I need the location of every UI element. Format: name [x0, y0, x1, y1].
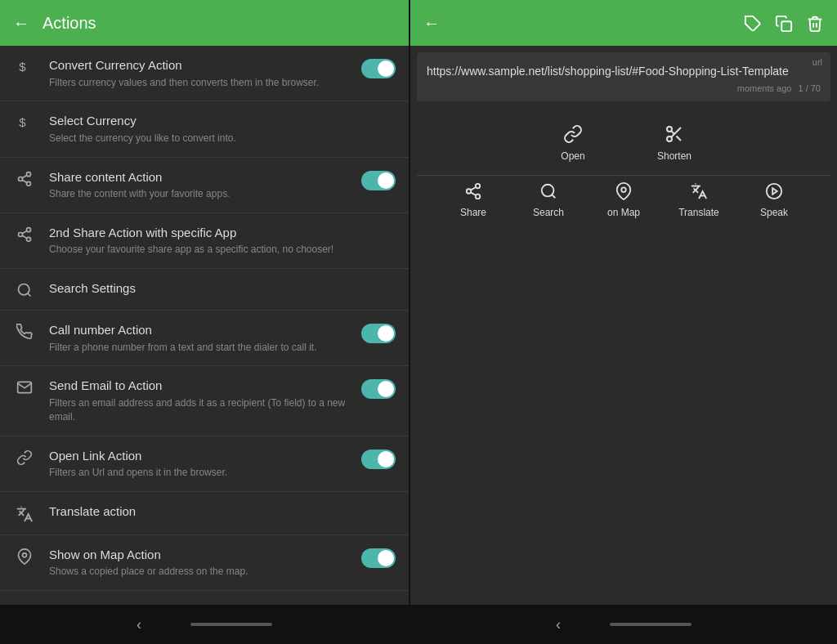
toggle-container[interactable]	[361, 449, 396, 469]
toggle-share-content[interactable]	[361, 171, 396, 190]
search-action-button[interactable]: Search	[522, 182, 575, 218]
open-action-button[interactable]: Open	[547, 124, 599, 162]
svg-marker-31	[772, 188, 777, 194]
actions-list: $ Convert Currency Action Filters curren…	[0, 46, 409, 605]
url-card: url https://www.sample.net/list/shopping…	[417, 52, 830, 101]
action-desc: Filters an email address and adds it as …	[49, 396, 348, 424]
speak-action-button[interactable]: Speak	[748, 182, 800, 218]
svg-point-2	[27, 172, 31, 176]
page-title: Actions	[43, 14, 96, 33]
link-icon	[563, 124, 583, 144]
list-item[interactable]: 2nd Share Action with specific App Choos…	[0, 213, 409, 269]
back-nav-button[interactable]: ‹	[137, 616, 141, 633]
svg-point-9	[27, 237, 31, 241]
action-desc: Filters an Url and opens it in the brows…	[49, 466, 348, 480]
action-text: 2nd Share Action with specific App Choos…	[49, 225, 396, 257]
svg-point-17	[667, 127, 672, 132]
list-item[interactable]: Show on Map Action Shows a copied place …	[0, 535, 409, 591]
list-item[interactable]: Share content Action Share the content w…	[0, 158, 409, 213]
map-action-button[interactable]: on Map	[598, 182, 650, 218]
svg-line-25	[471, 192, 476, 195]
toggle-container[interactable]	[361, 59, 396, 78]
share-label: Share	[460, 207, 486, 218]
toggle-container[interactable]	[361, 324, 396, 343]
translate-icon	[13, 505, 36, 523]
actions-grid-top: Open Shorten	[410, 108, 837, 175]
url-count: 1 / 70	[798, 83, 821, 93]
list-item[interactable]: Send Email to Action Filters an email ad…	[0, 366, 409, 436]
url-label: url	[812, 57, 822, 67]
svg-point-8	[19, 232, 23, 236]
action-text: Convert Currency Action Filters currency…	[49, 57, 348, 89]
svg-text:$: $	[19, 60, 26, 74]
right-header: ←	[410, 0, 837, 46]
list-item[interactable]: Translate action	[0, 492, 409, 535]
svg-point-27	[542, 184, 554, 196]
action-title: Share content Action	[49, 169, 348, 186]
action-text: Share content Action Share the content w…	[49, 169, 348, 201]
svg-text:$: $	[19, 115, 26, 129]
left-panel: ← Actions $ Convert Currency Action Filt…	[0, 0, 410, 644]
toggle-container[interactable]	[361, 171, 396, 190]
tag-icon[interactable]	[744, 13, 762, 33]
toggle-send-email[interactable]	[361, 379, 396, 399]
right-nav-bar: ‹	[410, 605, 837, 644]
svg-line-13	[28, 293, 31, 297]
list-item[interactable]: Open Link Action Filters an Url and open…	[0, 436, 409, 492]
right-back-button[interactable]: ←	[423, 14, 440, 33]
toggle-convert-currency[interactable]	[361, 59, 396, 78]
right-back-nav-button[interactable]: ‹	[556, 616, 561, 633]
actions-grid-bottom: Share Search on Map Translate	[410, 176, 837, 231]
svg-point-30	[767, 183, 781, 198]
list-item[interactable]: Search Settings	[0, 269, 409, 311]
action-text: Select Currency Select the currency you …	[49, 113, 396, 145]
svg-point-4	[27, 181, 31, 186]
svg-point-22	[476, 183, 481, 188]
speak-label: Speak	[760, 207, 788, 218]
email-icon	[13, 379, 36, 396]
list-item[interactable]: $ Select Currency Select the currency yo…	[0, 101, 409, 157]
action-text: Call number Action Filter a phone number…	[49, 322, 348, 354]
svg-line-11	[22, 230, 27, 233]
toggle-container[interactable]	[361, 379, 396, 399]
action-desc: Shows a copied place or address on the m…	[49, 565, 348, 579]
toggle-call-number[interactable]	[361, 324, 396, 343]
svg-point-14	[23, 553, 27, 557]
scissors-icon	[665, 124, 684, 144]
share-icon	[13, 171, 36, 187]
share-icon	[13, 226, 36, 243]
translate-action-button[interactable]: Translate	[673, 182, 725, 218]
home-indicator[interactable]	[190, 623, 272, 626]
map-pin-icon	[13, 548, 36, 565]
copy-icon[interactable]	[775, 13, 793, 33]
toggle-show-map[interactable]	[361, 548, 396, 568]
url-time: moments ago	[737, 83, 792, 93]
map-pin-icon	[615, 182, 633, 200]
svg-point-18	[667, 136, 672, 141]
open-label: Open	[561, 150, 584, 162]
svg-line-28	[552, 195, 555, 198]
shorten-action-button[interactable]: Shorten	[648, 124, 700, 162]
right-home-indicator[interactable]	[610, 623, 692, 626]
search-label: Search	[533, 207, 564, 218]
toggle-container[interactable]	[361, 548, 396, 568]
right-panel: ← url https://www.sample.net/list/shoppi…	[410, 0, 837, 644]
search-icon	[13, 282, 36, 298]
toggle-open-link[interactable]	[361, 449, 396, 469]
action-title: Open Link Action	[49, 448, 348, 464]
action-title: 2nd Share Action with specific App	[49, 225, 396, 241]
play-circle-icon	[765, 182, 783, 200]
back-button[interactable]: ←	[13, 14, 29, 33]
url-meta: moments ago 1 / 70	[427, 83, 821, 93]
svg-line-26	[471, 187, 476, 190]
right-content: url https://www.sample.net/list/shopping…	[410, 46, 837, 605]
svg-point-7	[27, 228, 31, 232]
list-item[interactable]: Call number Action Filter a phone number…	[0, 311, 409, 366]
action-title: Select Currency	[49, 113, 396, 129]
action-desc: Share the content with your favorite app…	[49, 187, 348, 201]
share-action-button[interactable]: Share	[447, 182, 499, 218]
search-icon	[539, 182, 557, 200]
delete-icon[interactable]	[806, 13, 824, 33]
list-item[interactable]: $ Convert Currency Action Filters curren…	[0, 46, 409, 101]
action-title: Send Email to Action	[49, 378, 348, 394]
